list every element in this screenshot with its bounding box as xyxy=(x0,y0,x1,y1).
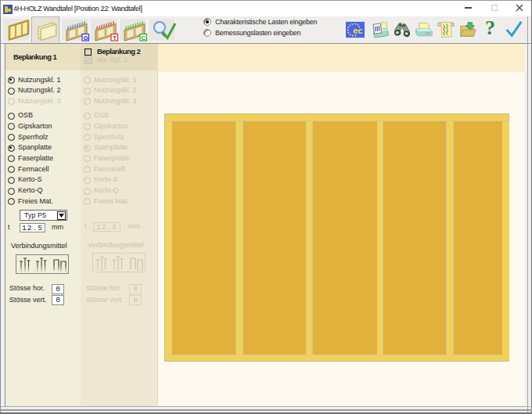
svg-text:C: C xyxy=(142,34,146,41)
svg-text:G: G xyxy=(84,34,88,41)
svg-text:T: T xyxy=(113,34,117,41)
svg-text:ec: ec xyxy=(353,26,362,35)
